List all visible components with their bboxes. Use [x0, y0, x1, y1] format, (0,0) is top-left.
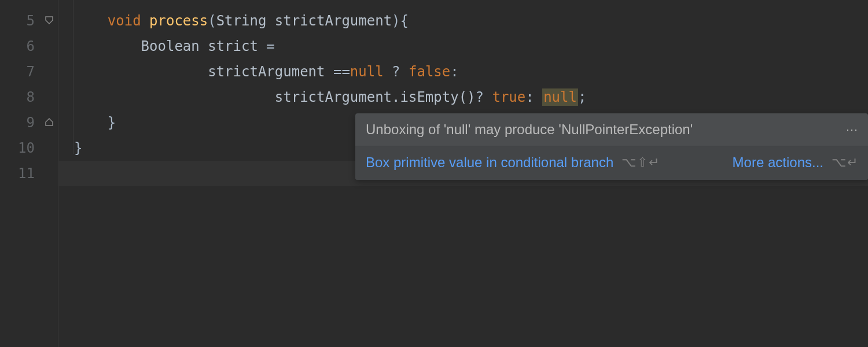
- keyword-false: false: [409, 64, 450, 80]
- param-name: strictArgument: [275, 13, 392, 29]
- keyword-null: null: [350, 64, 384, 80]
- enter-key-icon: ↵: [847, 155, 858, 170]
- fold-start-icon[interactable]: [44, 13, 54, 23]
- fold-end-icon[interactable]: [44, 115, 54, 125]
- var-name: strict: [208, 38, 266, 54]
- code-line-8[interactable]: strictArgument.isEmpty()? true: null;: [58, 84, 868, 110]
- line-number: 6: [0, 34, 58, 59]
- method-name: process: [149, 13, 208, 29]
- code-line-7[interactable]: strictArgument ==null ? false:: [58, 59, 868, 84]
- code-line-6[interactable]: Boolean strict =: [58, 34, 868, 59]
- line-number: 11: [0, 161, 58, 186]
- tooltip-header: Unboxing of 'null' may produce 'NullPoin…: [355, 113, 868, 146]
- opt-key-icon: ⌥: [621, 155, 636, 170]
- code-line-5[interactable]: void process(String strictArgument){: [58, 8, 868, 34]
- type-string: String: [216, 13, 275, 29]
- tooltip-actions: Box primitive value in conditional branc…: [355, 146, 868, 180]
- gutter: 5 6 7 8 9 10 11: [0, 0, 58, 347]
- line-number: 10: [0, 135, 58, 161]
- shortcut-quickfix: ⌥⇧↵: [621, 155, 659, 170]
- warning-highlight-null: null: [542, 88, 578, 106]
- opt-key-icon: ⌥: [832, 155, 846, 170]
- shortcut-more-actions: ⌥↵: [832, 155, 858, 170]
- shift-key-icon: ⇧: [637, 155, 648, 170]
- inspection-message: Unboxing of 'null' may produce 'NullPoin…: [366, 121, 847, 138]
- enter-key-icon: ↵: [649, 155, 659, 170]
- line-number: 7: [0, 59, 58, 84]
- line-number: 8: [0, 84, 58, 110]
- keyword-void: void: [108, 13, 141, 29]
- type-boolean: Boolean: [141, 38, 208, 54]
- inspection-tooltip: Unboxing of 'null' may produce 'NullPoin…: [355, 113, 868, 180]
- quickfix-link[interactable]: Box primitive value in conditional branc…: [366, 154, 613, 171]
- keyword-true: true: [492, 89, 525, 105]
- more-actions-link[interactable]: More actions...: [733, 154, 823, 171]
- kebab-icon[interactable]: ⋮: [845, 124, 859, 135]
